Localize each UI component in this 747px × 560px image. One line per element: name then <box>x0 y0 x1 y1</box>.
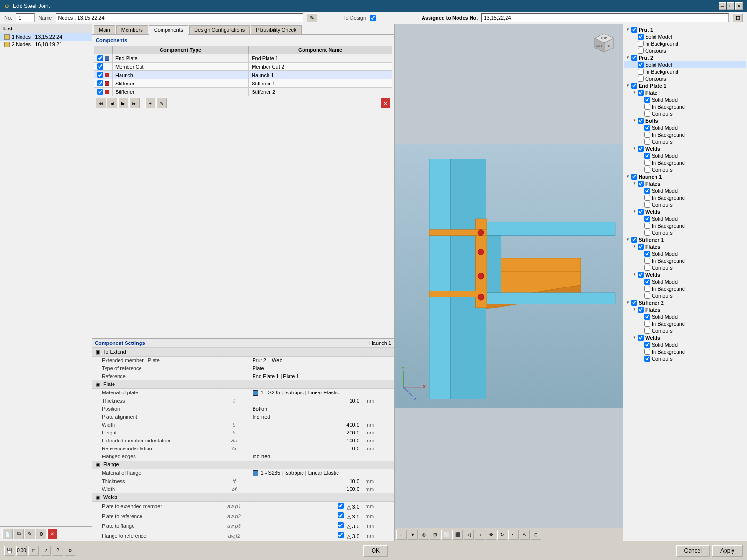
assigned-pick-button[interactable]: ⊞ <box>733 13 743 22</box>
tree-item-41[interactable]: Solid Model <box>624 313 746 320</box>
weld-check-p2[interactable] <box>338 512 344 518</box>
tree-check-11[interactable] <box>644 104 650 110</box>
view-back-button[interactable]: ⬛ <box>452 530 463 540</box>
apply-button[interactable]: Apply <box>712 545 743 557</box>
tree-item-34[interactable]: Contours <box>624 264 746 271</box>
tree-item-5[interactable]: Solid Model <box>624 61 746 68</box>
tree-check-26[interactable] <box>638 209 644 215</box>
tree-item-2[interactable]: In Background <box>624 40 746 47</box>
tree-check-42[interactable] <box>644 321 650 327</box>
comp-first-button[interactable]: ⏮ <box>96 98 106 108</box>
comp-row-0[interactable]: End Plate End Plate 1 <box>94 54 392 63</box>
name-field[interactable] <box>56 13 303 22</box>
comp-check-3[interactable] <box>97 80 103 86</box>
tree-item-39[interactable]: ▼Stiffener 2 <box>624 299 746 306</box>
comp-next-button[interactable]: ▶ <box>118 98 128 108</box>
tree-check-13[interactable] <box>638 118 644 124</box>
tree-item-18[interactable]: Solid Model <box>624 152 746 159</box>
tree-item-11[interactable]: In Background <box>624 103 746 110</box>
tree-arrow-39[interactable]: ▼ <box>626 301 630 305</box>
tree-arrow-17[interactable]: ▼ <box>633 147 636 151</box>
bottom-box-button[interactable]: □ <box>28 546 39 556</box>
tree-item-23[interactable]: Solid Model <box>624 187 746 194</box>
tree-item-7[interactable]: Contours <box>624 75 746 82</box>
tree-item-16[interactable]: Contours <box>624 138 746 145</box>
tab-plausibility[interactable]: Plausibility Check <box>251 25 301 34</box>
collapse-icon-flange[interactable]: ▣ <box>95 462 100 467</box>
tree-arrow-9[interactable]: ▼ <box>633 91 636 95</box>
tree-item-15[interactable]: In Background <box>624 131 746 138</box>
view-home-button[interactable]: ⌂ <box>396 530 407 540</box>
tree-check-22[interactable] <box>638 181 644 187</box>
tree-check-36[interactable] <box>644 279 650 285</box>
tree-item-28[interactable]: In Background <box>624 222 746 229</box>
assigned-field[interactable] <box>481 13 729 22</box>
tree-check-33[interactable] <box>644 258 650 264</box>
tree-item-27[interactable]: Solid Model <box>624 215 746 222</box>
view-left-button[interactable]: ◁ <box>464 530 474 540</box>
tree-item-40[interactable]: ▼Plates <box>624 306 746 313</box>
list-new-button[interactable]: 📄 <box>2 529 13 539</box>
close-button[interactable]: ✕ <box>735 2 743 10</box>
tree-check-5[interactable] <box>638 62 644 68</box>
tree-check-31[interactable] <box>638 244 644 250</box>
tree-item-36[interactable]: Solid Model <box>624 278 746 285</box>
collapse-icon-welds[interactable]: ▣ <box>95 494 100 500</box>
view-right-button[interactable]: ▷ <box>475 530 485 540</box>
tree-item-6[interactable]: In Background <box>624 68 746 75</box>
tree-check-41[interactable] <box>644 314 650 320</box>
tree-check-47[interactable] <box>644 356 650 362</box>
tree-check-23[interactable] <box>644 188 650 194</box>
weld-check-f2[interactable] <box>338 532 344 538</box>
tree-item-24[interactable]: In Background <box>624 194 746 201</box>
comp-check-4[interactable] <box>97 89 103 95</box>
tree-item-0[interactable]: ▼Prut 1 <box>624 26 746 33</box>
tree-check-45[interactable] <box>644 342 650 348</box>
ok-button[interactable]: OK <box>363 545 388 557</box>
tree-arrow-13[interactable]: ▼ <box>633 119 636 123</box>
tree-check-46[interactable] <box>644 349 650 355</box>
comp-delete-button[interactable]: ✕ <box>380 98 390 108</box>
view-select-button[interactable]: ↖ <box>520 530 530 540</box>
tree-item-29[interactable]: Contours <box>624 229 746 236</box>
view-rotate-button[interactable]: ↻ <box>497 530 507 540</box>
tree-item-35[interactable]: ▼Welds <box>624 271 746 278</box>
tree-arrow-4[interactable]: ▼ <box>626 56 630 60</box>
tree-item-25[interactable]: Contours <box>624 201 746 208</box>
bottom-arrow-button[interactable]: ↗ <box>41 546 51 556</box>
tree-item-26[interactable]: ▼Welds <box>624 208 746 215</box>
tree-item-4[interactable]: ▼Prut 2 <box>624 54 746 61</box>
tab-components[interactable]: Components <box>149 25 188 35</box>
list-item-1[interactable]: 1 Nodes : 13,15,22,24 <box>0 33 92 41</box>
tree-item-10[interactable]: Solid Model <box>624 96 746 103</box>
tree-check-17[interactable] <box>638 146 644 152</box>
tree-item-33[interactable]: In Background <box>624 257 746 264</box>
tree-check-15[interactable] <box>644 132 650 138</box>
tree-check-18[interactable] <box>644 153 650 159</box>
tree-arrow-40[interactable]: ▼ <box>633 308 636 312</box>
tree-item-12[interactable]: Contours <box>624 110 746 117</box>
tree-arrow-0[interactable]: ▼ <box>626 28 630 32</box>
list-delete-button[interactable]: ✕ <box>47 529 57 539</box>
tree-check-4[interactable] <box>631 55 637 61</box>
comp-row-4[interactable]: Stiffener Stiffener 2 <box>94 88 392 96</box>
tree-item-14[interactable]: Solid Model <box>624 124 746 131</box>
cancel-button[interactable]: Cancel <box>676 545 710 557</box>
weld-check-p3[interactable] <box>338 522 344 528</box>
tree-check-37[interactable] <box>644 286 650 292</box>
tree-check-28[interactable] <box>644 223 650 229</box>
tree-item-3[interactable]: Contours <box>624 47 746 54</box>
tree-check-7[interactable] <box>638 76 644 82</box>
tree-check-1[interactable] <box>638 34 644 40</box>
tree-check-25[interactable] <box>644 202 650 208</box>
tree-item-19[interactable]: In Background <box>624 159 746 166</box>
view-render-button[interactable]: ◎ <box>419 530 429 540</box>
tree-check-8[interactable] <box>631 83 637 89</box>
view-pan-button[interactable]: ✥ <box>486 530 496 540</box>
tree-item-46[interactable]: In Background <box>624 348 746 355</box>
minimize-button[interactable]: ─ <box>719 2 726 10</box>
view-more2-button[interactable]: ⊡ <box>531 530 541 540</box>
comp-prev-button[interactable]: ◀ <box>107 98 117 108</box>
view-zoom-fit[interactable]: ⊞ <box>430 530 440 540</box>
tree-arrow-22[interactable]: ▼ <box>633 182 636 186</box>
